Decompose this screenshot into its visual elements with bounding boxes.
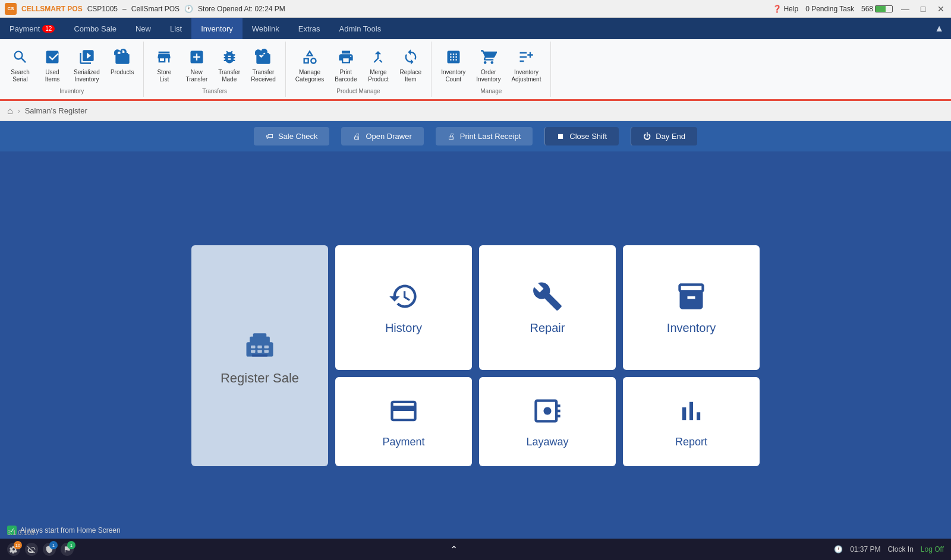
merge-product-button[interactable]: MergeProduct <box>363 44 393 86</box>
transfer-received-button[interactable]: TransferReceived <box>246 44 281 86</box>
register-sale-label: Register Sale <box>221 371 299 386</box>
network-taskbar-icon[interactable] <box>25 543 38 556</box>
store-list-button[interactable]: StoreList <box>149 44 180 86</box>
payment-tile[interactable]: Payment <box>335 377 472 466</box>
store-list-label: StoreList <box>157 69 171 83</box>
layaway-tile[interactable]: Layaway <box>479 377 616 466</box>
history-icon <box>388 281 419 314</box>
ribbon-group-manage: InventoryCount OrderInventory InventoryA… <box>432 42 551 97</box>
menu-item-list[interactable]: List <box>160 18 191 39</box>
serialized-inventory-icon <box>76 46 97 68</box>
order-inventory-button[interactable]: OrderInventory <box>471 44 505 86</box>
svg-rect-6 <box>264 346 269 349</box>
report-tile[interactable]: Report <box>623 377 760 466</box>
home-icon[interactable]: ⌂ <box>7 106 13 116</box>
manage-categories-button[interactable]: ManageCategories <box>291 44 329 86</box>
close-shift-icon: ⏹ <box>557 132 565 141</box>
new-transfer-label: NewTransfer <box>185 69 207 83</box>
menu-collapse-button[interactable]: ▲ <box>927 18 951 39</box>
settings-taskbar-icon[interactable]: 10 <box>7 543 20 556</box>
ribbon-manage-group-label: Manage <box>480 86 502 94</box>
open-drawer-label: Open Drawer <box>366 132 411 141</box>
shield-badge: 1 <box>49 541 58 549</box>
history-tile[interactable]: History <box>335 245 472 370</box>
repair-icon <box>532 281 563 314</box>
menu-new-label: New <box>136 24 151 33</box>
help-label[interactable]: ❓ Help <box>773 5 798 13</box>
top-action-bar: 🏷 Sale Check 🖨 Open Drawer 🖨 Print Last … <box>0 121 951 151</box>
log-off-button[interactable]: Log Off <box>921 545 944 553</box>
new-transfer-button[interactable]: NewTransfer <box>181 44 212 86</box>
repair-tile[interactable]: Repair <box>479 245 616 370</box>
search-serial-icon <box>10 46 31 68</box>
register-sale-tile[interactable]: Register Sale <box>191 245 328 466</box>
app-logo: CS <box>5 3 17 15</box>
version-label: 3.1.0.108 <box>7 529 34 536</box>
printer-icon: 🖨 <box>448 132 455 141</box>
close-button[interactable]: ✕ <box>936 4 946 14</box>
menu-item-extras[interactable]: Extras <box>289 18 330 39</box>
menu-combo-sale-label: Combo Sale <box>74 24 116 33</box>
close-shift-button[interactable]: ⏹ Close Shift <box>544 127 619 145</box>
print-last-receipt-button[interactable]: 🖨 Print Last Receipt <box>436 127 533 145</box>
used-items-button[interactable]: UsedItems <box>37 44 68 86</box>
menu-item-combo-sale[interactable]: Combo Sale <box>64 18 126 39</box>
maximize-button[interactable]: □ <box>918 4 928 14</box>
products-label: Products <box>111 69 134 76</box>
transfer-made-icon <box>219 46 240 68</box>
inventory-tile[interactable]: Inventory <box>623 245 760 370</box>
menu-extras-label: Extras <box>298 24 320 33</box>
ribbon-transfers-group-label: Transfers <box>202 86 227 94</box>
transfer-received-icon <box>253 46 274 68</box>
menu-item-weblink[interactable]: Weblink <box>243 18 289 39</box>
report-tile-label: Report <box>675 436 707 448</box>
used-items-icon <box>42 46 63 68</box>
flag-taskbar-icon[interactable]: 1 <box>61 543 74 556</box>
store-id: CSP1005 <box>87 5 118 13</box>
clock-in-label[interactable]: Clock In <box>888 545 914 553</box>
register-icon <box>242 325 278 363</box>
svg-rect-9 <box>264 350 269 353</box>
power-icon: ⏻ <box>643 132 651 141</box>
inventory-adjustment-icon <box>515 46 537 68</box>
minimize-button[interactable]: — <box>900 4 911 14</box>
clock-icon: 🕐 <box>184 5 193 13</box>
replace-item-label: ReplaceItem <box>399 69 421 83</box>
day-end-button[interactable]: ⏻ Day End <box>631 127 697 145</box>
merge-product-label: MergeProduct <box>368 69 388 83</box>
products-button[interactable]: Products <box>106 44 138 78</box>
inventory-adjustment-button[interactable]: InventoryAdjustment <box>506 44 546 86</box>
print-receipt-label: Print Last Receipt <box>460 132 521 141</box>
inventory-tile-label: Inventory <box>667 321 716 335</box>
taskbar-chevron[interactable]: ⌃ <box>450 544 458 555</box>
pending-task: 0 Pending Task <box>805 5 854 13</box>
ribbon-product-manage-group-label: Product Manage <box>336 86 380 94</box>
app-name: CELLSMART POS <box>21 5 83 13</box>
svg-rect-5 <box>257 346 262 349</box>
print-barcode-icon <box>335 46 357 68</box>
search-serial-button[interactable]: SearchSerial <box>5 44 36 86</box>
content-area: 🏷 Sale Check 🖨 Open Drawer 🖨 Print Last … <box>0 121 951 560</box>
inventory-count-button[interactable]: InventoryCount <box>436 44 470 86</box>
print-barcode-button[interactable]: PrintBarcode <box>330 44 361 86</box>
menu-list-label: List <box>170 24 182 33</box>
replace-item-button[interactable]: ReplaceItem <box>395 44 426 86</box>
sale-check-button[interactable]: 🏷 Sale Check <box>254 127 329 145</box>
menu-item-admin-tools[interactable]: Admin Tools <box>330 18 391 39</box>
ribbon-inventory-group-label: Inventory <box>59 86 84 94</box>
transfer-made-button[interactable]: TransferMade <box>213 44 245 86</box>
menu-item-new[interactable]: New <box>126 18 160 39</box>
breadcrumb-separator: › <box>18 107 20 115</box>
replace-item-icon <box>400 46 421 68</box>
title-bar-right: ❓ Help 0 Pending Task 568 — □ ✕ <box>773 4 946 14</box>
serialized-inventory-button[interactable]: SerializedInventory <box>69 44 105 86</box>
shield-taskbar-icon[interactable]: 1 <box>43 543 56 556</box>
menu-item-payment[interactable]: Payment 12 <box>0 18 64 39</box>
merge-product-icon <box>367 46 389 68</box>
menu-item-inventory[interactable]: Inventory <box>191 18 242 39</box>
taskbar-left: 10 1 1 <box>7 543 74 556</box>
menu-admin-tools-label: Admin Tools <box>339 24 382 33</box>
transfer-made-label: TransferMade <box>218 69 240 83</box>
open-drawer-button[interactable]: 🖨 Open Drawer <box>341 127 423 145</box>
history-label: History <box>385 321 422 335</box>
